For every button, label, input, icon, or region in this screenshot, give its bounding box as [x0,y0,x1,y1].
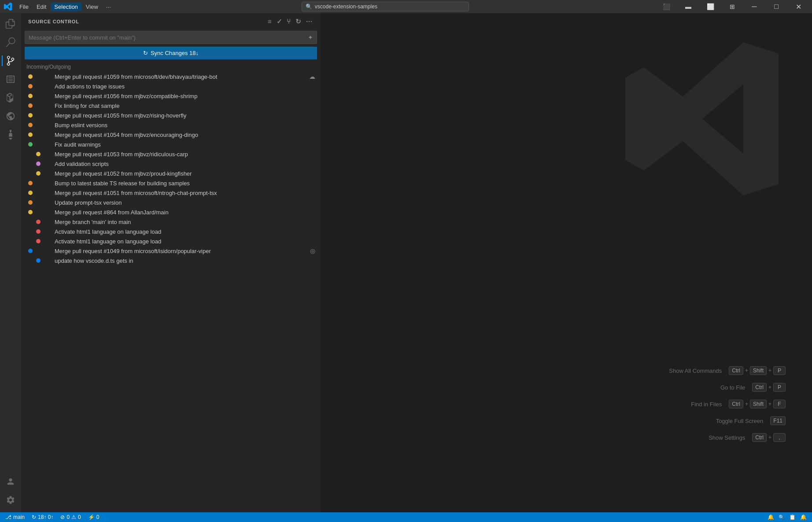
split-editor[interactable]: ⬜ [700,0,720,13]
menu-selection[interactable]: Selection [51,3,81,11]
commit-item[interactable]: Merge pull request #1051 from microsoft/… [23,188,319,198]
target-icon: ◎ [310,247,315,254]
statusbar-bell[interactable]: 🔔 [798,514,808,520]
statusbar-branch[interactable]: ⎇ main [4,514,26,520]
shortcuts-panel: Show All CommandsCtrl+Shift+PGo to FileC… [669,366,786,442]
menu-edit[interactable]: Edit [33,3,50,11]
activity-accounts[interactable] [2,473,19,490]
commit-dot [28,200,33,205]
commit-item[interactable]: Merge pull request #1052 from mjbvz/prou… [23,169,319,178]
commit-dot [28,123,33,127]
keyboard-key: F [773,400,786,408]
commit-message: Activate html1 language on language load [55,238,315,245]
activity-search[interactable] [2,33,19,51]
menu-bar: File Edit Selection View ··· [16,3,114,11]
menu-view[interactable]: View [82,3,102,11]
source-control-filter-icon[interactable]: ≡ [267,17,273,26]
statusbar-errors[interactable]: ⊘ 0 ⚠ 0 [59,514,82,520]
activity-settings[interactable] [2,491,19,509]
commit-item[interactable]: Activate html1 language on language load [23,227,319,236]
commit-dot [28,84,33,88]
commit-item[interactable]: Add validation scripts [23,159,319,169]
ai-sparkle-icon[interactable]: ✦ [308,34,313,41]
commit-item[interactable]: Fix linting for chat sample [23,101,319,110]
keyboard-key: Ctrl [729,400,743,408]
commit-message: Merge pull request #1059 from microsoft/… [55,74,307,80]
minimize-button[interactable]: ─ [744,0,764,13]
source-control-commit-icon[interactable]: ✓ [276,17,284,26]
commit-item[interactable]: Add actions to triage issues [23,81,319,91]
commit-message: Fix audit warnings [55,141,315,148]
command-palette[interactable]: 🔍 vscode-extension-samples [302,2,469,11]
keyboard-key: Ctrl [729,366,743,375]
activity-remote[interactable] [2,107,19,125]
source-control-branch-icon[interactable]: ⑂ [286,17,292,26]
commit-message-input[interactable] [29,34,305,41]
activity-bar [0,13,21,512]
statusbar-sync[interactable]: ↻ 18↑ 0↑ [30,514,55,520]
keyboard-key: P [773,383,786,392]
commit-item[interactable]: Merge pull request #1055 from mjbvz/risi… [23,110,319,120]
activity-explorer[interactable] [2,15,19,33]
statusbar-zoom[interactable]: 🔍 [777,515,786,520]
commit-dot [36,152,41,156]
keyboard-key: Ctrl [752,383,767,392]
commit-message: Merge pull request #1054 from mjbvz/enco… [55,132,315,138]
branch-name: main [13,514,25,520]
warnings-icon: ⚠ [71,514,76,520]
close-button[interactable]: ✕ [788,0,808,13]
statusbar: ⎇ main ↻ 18↑ 0↑ ⊘ 0 ⚠ 0 ⚡ 0 🔔 🔍 📋 🔔 [0,512,812,522]
commit-item[interactable]: update how vscode.d.ts gets in [23,256,319,265]
source-control-refresh-icon[interactable]: ↻ [295,17,303,26]
commit-item[interactable]: Bump to latest stable TS release for bui… [23,178,319,188]
commit-item[interactable]: Activate html1 language on language load [23,236,319,246]
keyboard-key: F11 [770,416,786,425]
shortcut-row: Show All CommandsCtrl+Shift+P [669,366,786,375]
shortcut-row: Show SettingsCtrl+, [669,433,786,442]
statusbar-notifications[interactable]: 🔔 [766,514,776,520]
shortcut-label: Show All Commands [669,368,722,374]
menu-file[interactable]: File [16,3,32,11]
commit-message: Activate html1 language on language load [55,228,315,235]
commit-item[interactable]: Merge branch 'main' into main [23,217,319,227]
key-plus: + [768,401,771,407]
commit-item[interactable]: Merge pull request #1056 from mjbvz/comp… [23,91,319,101]
maximize-button[interactable]: □ [766,0,786,13]
statusbar-remote[interactable]: ⚡ 0 [86,514,101,520]
commit-item[interactable]: Merge pull request #864 from AllanJard/m… [23,207,319,217]
shortcut-label: Find in Files [691,401,722,408]
menu-more[interactable]: ··· [103,3,114,11]
shortcut-keys: Ctrl+Shift+P [729,366,786,375]
commit-item[interactable]: Bump eslint versions [23,120,319,130]
layout-options[interactable]: ⊞ [722,0,742,13]
activity-run-debug[interactable] [2,70,19,88]
sync-changes-button[interactable]: ↻ Sync Changes 18↓ [25,47,317,59]
key-plus: + [768,384,771,390]
source-control-title: SOURCE CONTROL [28,19,79,24]
remote-icon: ⚡ [88,514,95,520]
statusbar-layout[interactable]: 📋 [787,514,797,520]
commit-item[interactable]: Merge pull request #1059 from microsoft/… [23,72,319,81]
shortcut-keys: Ctrl+P [752,383,786,392]
commit-message: Merge pull request #1051 from microsoft/… [55,190,315,196]
commit-item[interactable]: Merge pull request #1049 from microsoft/… [23,246,319,256]
source-control-more-icon[interactable]: ··· [305,17,314,26]
commit-message: Merge pull request #1052 from mjbvz/prou… [55,170,315,177]
shortcut-label: Toggle Full Screen [716,418,764,424]
activity-source-control[interactable] [2,52,19,70]
sidebar-toggle[interactable]: ⬛ [656,0,676,13]
sync-count: 18↑ 0↑ [38,514,53,520]
panel-toggle[interactable]: ▬ [678,0,698,13]
commit-dot [36,220,41,224]
search-icon: 🔍 [306,4,312,10]
commit-item[interactable]: Merge pull request #1053 from mjbvz/ridi… [23,149,319,159]
source-control-header: SOURCE CONTROL ≡ ✓ ⑂ ↻ ··· [21,13,321,28]
activity-testing[interactable] [2,126,19,143]
commit-item[interactable]: Fix audit warnings [23,140,319,149]
incoming-outgoing-label: Incoming/Outgoing [21,62,321,72]
commit-dot [28,142,33,147]
shortcut-row: Toggle Full ScreenF11 [669,416,786,425]
commit-item[interactable]: Update prompt-tsx version [23,198,319,207]
commit-item[interactable]: Merge pull request #1054 from mjbvz/enco… [23,130,319,140]
activity-extensions[interactable] [2,89,19,107]
